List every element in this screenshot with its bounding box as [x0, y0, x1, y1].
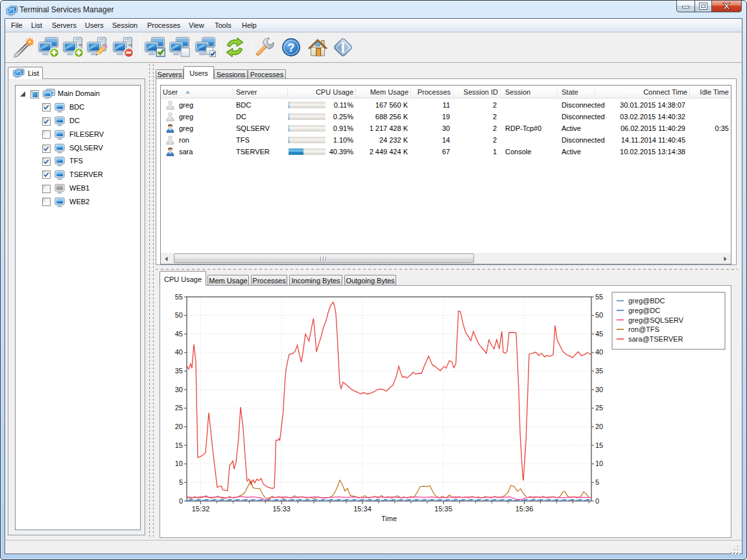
svg-text:15:35: 15:35: [434, 505, 453, 513]
svg-text:10: 10: [595, 460, 603, 467]
svg-text:15:36: 15:36: [516, 505, 534, 513]
svg-text:50: 50: [595, 311, 603, 319]
svg-text:45: 45: [175, 330, 183, 338]
svg-text:greg@SQLSERV: greg@SQLSERV: [628, 316, 684, 324]
svg-text:55: 55: [595, 293, 603, 301]
svg-text:15:34: 15:34: [353, 505, 372, 513]
svg-text:40: 40: [595, 348, 603, 356]
svg-text:0: 0: [179, 497, 183, 505]
svg-text:sara@TSERVER: sara@TSERVER: [628, 335, 683, 343]
svg-text:35: 35: [595, 367, 603, 375]
svg-text:40: 40: [175, 348, 183, 356]
svg-text:?: ?: [288, 41, 295, 54]
svg-text:30: 30: [595, 386, 603, 393]
svg-text:15:32: 15:32: [192, 505, 210, 513]
svg-text:0: 0: [595, 497, 599, 505]
svg-text:20: 20: [595, 423, 603, 430]
svg-text:15:33: 15:33: [272, 505, 290, 513]
svg-text:55: 55: [175, 293, 183, 301]
svg-text:35: 35: [175, 367, 183, 375]
svg-text:ron@TFS: ron@TFS: [628, 325, 659, 333]
svg-text:greg@DC: greg@DC: [628, 307, 660, 314]
svg-text:15: 15: [595, 441, 603, 449]
svg-text:25: 25: [595, 404, 603, 412]
svg-text:30: 30: [175, 386, 183, 393]
svg-text:50: 50: [175, 311, 183, 319]
svg-text:25: 25: [175, 404, 183, 412]
svg-text:greg@BDC: greg@BDC: [628, 297, 665, 305]
svg-text:20: 20: [175, 423, 183, 430]
svg-text:10: 10: [175, 460, 183, 467]
svg-text:5: 5: [595, 478, 599, 486]
svg-text:Time: Time: [381, 515, 397, 522]
svg-text:45: 45: [595, 330, 603, 338]
svg-text:15: 15: [175, 441, 183, 449]
svg-text:5: 5: [179, 478, 183, 486]
